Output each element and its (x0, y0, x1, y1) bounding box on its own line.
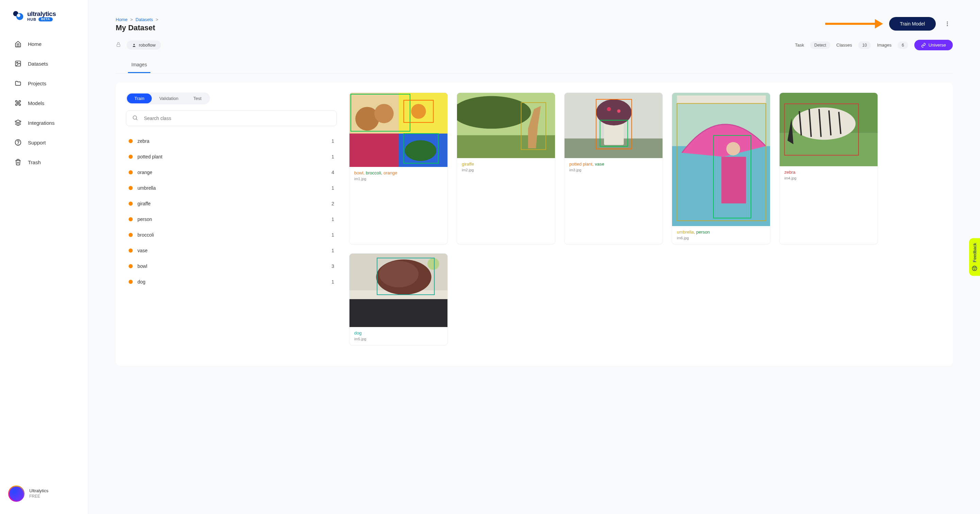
class-row[interactable]: umbrella1 (126, 181, 337, 195)
nav-datasets[interactable]: Datasets (8, 55, 80, 72)
class-dot (129, 280, 133, 284)
kebab-icon (944, 21, 950, 27)
user-block[interactable]: Ultralytics FREE (0, 480, 88, 507)
class-name: bowl (137, 263, 147, 269)
search-input[interactable] (126, 111, 337, 126)
lock-icon (116, 42, 121, 48)
image-thumb (565, 93, 663, 158)
folder-icon (14, 79, 22, 87)
nav-projects[interactable]: Projects (8, 75, 80, 92)
class-row[interactable]: potted plant1 (126, 150, 337, 163)
nav-label: Integrations (28, 120, 54, 126)
search-icon (132, 115, 138, 122)
svg-point-8 (947, 21, 948, 22)
breadcrumb-datasets[interactable]: Datasets (135, 17, 153, 22)
class-count: 1 (331, 138, 334, 144)
image-card[interactable]: dogim5.jpg (349, 253, 448, 345)
image-labels: bowl, broccoli, orange (354, 170, 443, 175)
nav: Home Datasets Projects Models Integratio… (0, 32, 88, 480)
image-card[interactable]: bowl, broccoli, orangeim1.jpg (349, 92, 448, 244)
split-train[interactable]: Train (127, 94, 152, 103)
image-filename: im6.jpg (677, 236, 765, 240)
task-value: Detect (810, 41, 830, 49)
train-model-button[interactable]: Train Model (889, 17, 936, 30)
owner-name: roboflow (139, 43, 156, 48)
split-test[interactable]: Test (186, 94, 209, 103)
class-row[interactable]: vase1 (126, 244, 337, 257)
class-dot (129, 217, 133, 221)
svg-rect-32 (604, 122, 624, 145)
image-labels: zebra (784, 170, 873, 175)
class-row[interactable]: dog1 (126, 275, 337, 289)
universe-button[interactable]: Universe (914, 40, 953, 50)
breadcrumb-home[interactable]: Home (116, 17, 127, 22)
nav-label: Support (28, 140, 46, 146)
class-row[interactable]: zebra1 (126, 134, 337, 148)
svg-point-61 (972, 266, 977, 271)
image-labels: potted plant, vase (569, 162, 658, 167)
nav-support[interactable]: Support (8, 134, 80, 151)
svg-point-22 (404, 140, 436, 161)
brand-badge: BETA (38, 17, 53, 21)
nav-trash[interactable]: Trash (8, 154, 80, 171)
svg-rect-17 (350, 133, 399, 167)
class-count: 1 (331, 248, 334, 253)
user-plan: FREE (29, 494, 48, 500)
image-thumb (780, 93, 878, 166)
split-validation[interactable]: Validation (152, 94, 186, 103)
image-labels: giraffe (462, 162, 550, 167)
class-row[interactable]: bowl3 (126, 259, 337, 273)
owner-chip[interactable]: roboflow (127, 40, 161, 50)
class-name: dog (137, 279, 145, 284)
image-filename: im2.jpg (462, 168, 550, 172)
image-card[interactable]: potted plant, vaseim3.jpg (564, 92, 663, 244)
class-row[interactable]: orange4 (126, 165, 337, 179)
class-dot (129, 233, 133, 237)
tab-images[interactable]: Images (128, 57, 150, 73)
svg-rect-39 (672, 146, 770, 226)
breadcrumb-sep: > (156, 17, 159, 22)
avatar (8, 485, 24, 502)
classes-value: 10 (858, 41, 871, 49)
class-row[interactable]: giraffe2 (126, 197, 337, 210)
callout-arrow (825, 19, 883, 29)
svg-point-41 (727, 142, 740, 155)
nav-models[interactable]: Models (8, 95, 80, 111)
logo[interactable]: ultralytics HUB BETA (0, 7, 88, 32)
nav-label: Models (28, 100, 44, 106)
image-card[interactable]: giraffeim2.jpg (457, 92, 555, 244)
layers-icon (14, 119, 22, 127)
feedback-tab[interactable]: Feedback (969, 238, 980, 276)
svg-point-10 (947, 25, 948, 26)
class-dot (129, 155, 133, 159)
svg-point-33 (596, 99, 632, 125)
class-search (126, 111, 337, 126)
class-row[interactable]: person1 (126, 213, 337, 226)
class-row[interactable]: broccoli1 (126, 228, 337, 242)
class-name: potted plant (137, 154, 162, 159)
svg-point-62 (974, 268, 974, 268)
class-dot (129, 249, 133, 252)
svg-rect-42 (721, 157, 746, 203)
help-icon (14, 139, 22, 146)
image-card[interactable]: umbrella, personim6.jpg (672, 92, 770, 244)
class-name: vase (137, 248, 148, 253)
main: Home > Datasets > My Dataset Train Model (89, 0, 980, 514)
more-menu-button[interactable] (942, 18, 953, 29)
user-name: Ultralytics (29, 488, 48, 494)
svg-point-21 (411, 104, 426, 119)
images-value: 6 (898, 41, 908, 49)
nav-integrations[interactable]: Integrations (8, 114, 80, 131)
image-filename: im1.jpg (354, 177, 443, 181)
link-icon (921, 43, 926, 48)
universe-label: Universe (929, 43, 946, 48)
nav-label: Home (28, 41, 41, 47)
class-count: 2 (331, 201, 334, 206)
svg-point-7 (18, 144, 18, 144)
image-card[interactable]: zebraim4.jpg (779, 92, 878, 244)
sidebar: ultralytics HUB BETA Home Datasets Proje… (0, 0, 89, 514)
nav-home[interactable]: Home (8, 35, 80, 52)
image-labels: umbrella, person (677, 230, 765, 235)
class-count: 1 (331, 154, 334, 159)
trash-icon (14, 159, 22, 166)
